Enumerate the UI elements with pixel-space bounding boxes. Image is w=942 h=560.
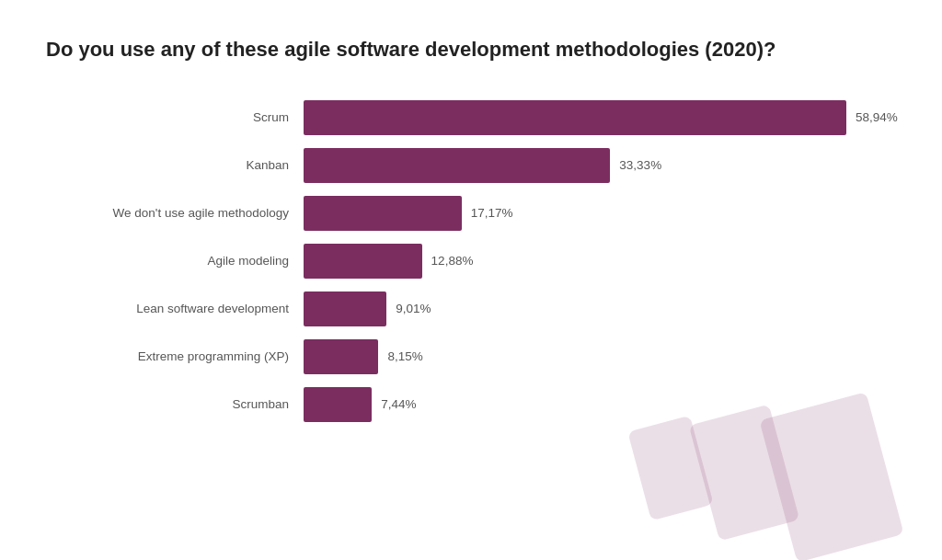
bar-value-label: 33,33%	[619, 158, 661, 172]
chart-title: Do you use any of these agile software d…	[46, 37, 896, 63]
bar-fill	[304, 100, 846, 135]
bar-label: Kanban	[46, 157, 304, 174]
bar-label: Lean software development	[46, 301, 304, 317]
bar-value-label: 17,17%	[471, 206, 513, 220]
bar-value-label: 7,44%	[381, 397, 416, 411]
bar-fill	[304, 244, 422, 279]
bar-label: Extreme programming (XP)	[46, 349, 304, 365]
bar-fill	[304, 339, 378, 374]
bar-track: 8,15%	[304, 339, 896, 374]
bar-row: Kanban33,33%	[46, 148, 896, 183]
bar-fill	[304, 291, 386, 326]
bar-row: Agile modeling12,88%	[46, 244, 896, 279]
bar-track: 12,88%	[304, 244, 896, 279]
bar-value-label: 9,01%	[396, 302, 431, 315]
bar-row: We don't use agile methodology17,17%	[46, 196, 896, 231]
bar-value-label: 12,88%	[431, 254, 474, 268]
bar-row: Extreme programming (XP)8,15%	[46, 339, 896, 374]
bar-label: Scrum	[46, 109, 304, 126]
bar-value-label: 8,15%	[387, 349, 422, 363]
bar-fill	[304, 387, 372, 422]
bar-row: Scrum58,94%	[46, 100, 896, 135]
bar-fill	[304, 148, 610, 183]
bars-area: Scrum58,94%Kanban33,33%We don't use agil…	[46, 100, 896, 435]
bar-track: 9,01%	[304, 291, 896, 326]
bar-track: 17,17%	[304, 196, 896, 231]
bar-label: Agile modeling	[46, 253, 304, 269]
bar-row: Lean software development9,01%	[46, 291, 896, 326]
bar-track: 33,33%	[304, 148, 896, 183]
bar-fill	[304, 196, 462, 231]
bar-track: 58,94%	[304, 100, 898, 135]
bar-label: Scrumban	[46, 396, 304, 413]
bar-value-label: 58,94%	[856, 110, 898, 124]
chart-container: Do you use any of these agile software d…	[0, 0, 942, 560]
bar-label: We don't use agile methodology	[46, 205, 304, 222]
